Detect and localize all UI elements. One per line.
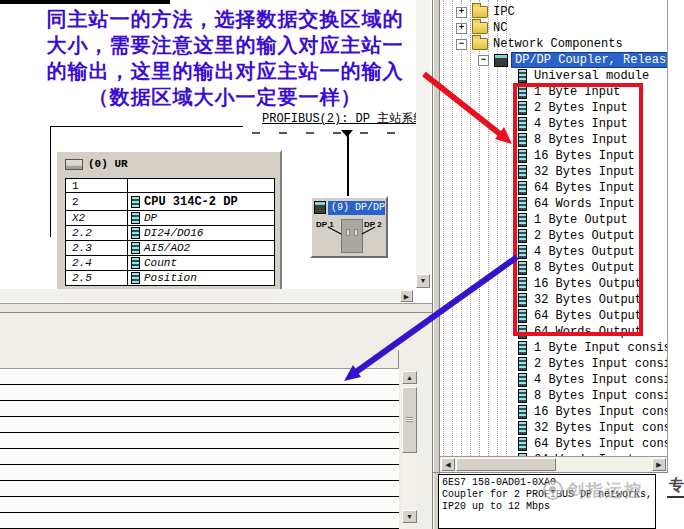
catalog-item-64-bytes-input[interactable]: 64 Bytes Input: [518, 180, 635, 196]
rack-slot-row-2-2[interactable]: 2.2DI24/DO16: [66, 226, 274, 241]
catalog-item-4-bytes-input-consistent[interactable]: 4 Bytes Input consistent: [518, 372, 668, 388]
catalog-item-32-bytes-input[interactable]: 32 Bytes Input: [518, 164, 635, 180]
upper-pane-hscrollbar[interactable]: [0, 289, 413, 302]
catalog-item-64-words-output[interactable]: 64 Words Output: [518, 324, 642, 340]
catalog-item-universal-module[interactable]: Universal module: [518, 68, 649, 84]
catalog-item-label: 16 Bytes Input: [534, 149, 635, 163]
slot-number: X2: [66, 211, 128, 225]
catalog-item-label: 2 Bytes Input: [534, 101, 628, 115]
detail-empty-table[interactable]: [0, 368, 399, 529]
catalog-item-label: 8 Bytes Output: [534, 261, 635, 275]
catalog-item-2-bytes-input-consistent[interactable]: 2 Bytes Input consistent: [518, 356, 668, 372]
catalog-item-16-bytes-output[interactable]: 16 Bytes Output: [518, 276, 642, 292]
clipped-underline: [667, 496, 684, 498]
slot-module-name: AI5/AO2: [128, 242, 274, 254]
module-icon: [518, 421, 527, 435]
catalog-item-8-bytes-output[interactable]: 8 Bytes Output: [518, 260, 635, 276]
rack-slot-row-2-5[interactable]: 2.5Position: [66, 271, 274, 286]
scroll-grip: [406, 417, 413, 422]
catalog-item-ipc[interactable]: +IPC: [456, 4, 515, 20]
module-icon: [518, 357, 527, 371]
catalog-item-16-bytes-input[interactable]: 16 Bytes Input: [518, 148, 635, 164]
catalog-item-64-bytes-output[interactable]: 64 Bytes Output: [518, 308, 642, 324]
expand-plus-icon[interactable]: +: [456, 7, 467, 18]
catalog-hscroll-right-button[interactable]: ▶: [652, 458, 666, 471]
rack-slot-row-x2[interactable]: X2DP: [66, 211, 274, 226]
catalog-item-8-bytes-input-consistent[interactable]: 8 Bytes Input consistent: [518, 388, 668, 404]
coupler-slot2: [354, 229, 358, 236]
canvas-frame-line-left: [50, 126, 51, 237]
catalog-item-4-bytes-input[interactable]: 4 Bytes Input: [518, 116, 628, 132]
catalog-item-1-byte-input[interactable]: 1 Byte Input: [518, 84, 620, 100]
catalog-item-1-byte-input-consistent[interactable]: 1 Byte Input consistent: [518, 340, 668, 356]
rack-window[interactable]: (0) UR 12CPU 314C-2 DPX2DP2.2DI24/DO162.…: [55, 150, 282, 289]
hscroll-right-button[interactable]: ▶: [400, 290, 413, 302]
rack-slot-row-2-3[interactable]: 2.3AI5/AO2: [66, 241, 274, 256]
slot-module-name: Count: [128, 257, 274, 269]
bus-drop-line: [347, 130, 349, 197]
folder-icon: [472, 22, 488, 34]
catalog-item-label: 2 Bytes Output: [534, 229, 635, 243]
catalog-item-64-bytes-input-consistent[interactable]: 64 Bytes Input consistent: [518, 436, 668, 452]
catalog-item-label: 32 Bytes Input consistent: [534, 421, 668, 435]
catalog-item-8-bytes-input[interactable]: 8 Bytes Input: [518, 132, 628, 148]
catalog-item-label: NC: [493, 21, 507, 35]
rack-slot-row-2[interactable]: 2CPU 314C-2 DP: [66, 193, 274, 211]
catalog-item-16-bytes-input-consistent[interactable]: 16 Bytes Input consistent: [518, 404, 668, 420]
slot-number: 2.2: [66, 226, 128, 240]
rack-slot-row-1[interactable]: 1: [66, 179, 274, 193]
catalog-item-label: 4 Bytes Input consistent: [534, 373, 668, 387]
pane-splitter[interactable]: [0, 303, 432, 313]
module-icon: [518, 85, 527, 99]
catalog-item-4-bytes-output[interactable]: 4 Bytes Output: [518, 244, 635, 260]
catalog-hscroll-thumb[interactable]: [456, 458, 556, 471]
profibus-bus-label: PROFIBUS(2): DP 主站系统: [262, 110, 425, 127]
window-divider[interactable]: [432, 0, 440, 529]
dp-coupler-object[interactable]: (9) DP/DP DP 1 DP 2: [310, 196, 388, 258]
detail-vscrollbar[interactable]: ▲ ▼: [402, 371, 417, 524]
catalog-item-label: 4 Bytes Output: [534, 245, 635, 259]
catalog-item-64-words-input[interactable]: 64 Words Input: [518, 196, 635, 212]
slot-module-name: DP: [128, 212, 274, 224]
coupler-title[interactable]: (9) DP/DP: [328, 201, 385, 215]
module-icon: [518, 69, 527, 83]
catalog-item-label: IPC: [493, 5, 515, 19]
catalog-item-nc[interactable]: +NC: [456, 20, 507, 36]
expand-plus-icon[interactable]: +: [456, 23, 467, 34]
catalog-item-2-bytes-input[interactable]: 2 Bytes Input: [518, 100, 628, 116]
catalog-item-2-bytes-output[interactable]: 2 Bytes Output: [518, 228, 635, 244]
catalog-item-label: 2 Bytes Input consistent: [534, 357, 668, 371]
catalog-item-network-components[interactable]: −Network Components: [456, 36, 623, 52]
module-icon: [518, 181, 527, 195]
catalog-item-32-bytes-output[interactable]: 32 Bytes Output: [518, 292, 642, 308]
hardware-catalog-tree: +IPC+NC−Network Components−DP/DP Coupler…: [440, 0, 668, 456]
module-icon: [518, 293, 527, 307]
upper-pane-vscrollbar[interactable]: [416, 0, 430, 288]
catalog-item-32-bytes-input-consistent[interactable]: 32 Bytes Input consistent: [518, 420, 668, 436]
collapse-minus-icon[interactable]: −: [456, 39, 467, 50]
slot-number: 1: [66, 179, 128, 192]
collapse-minus-icon[interactable]: −: [478, 55, 489, 66]
detail-vscroll-down-button[interactable]: ▼: [402, 510, 417, 523]
detail-vscroll-thumb[interactable]: [402, 387, 417, 453]
folder-icon: [472, 38, 488, 50]
rack-slot-row-2-4[interactable]: 2.4Count: [66, 256, 274, 271]
detail-vscroll-up-button[interactable]: ▲: [402, 371, 417, 384]
tree-guide-line: [461, 0, 462, 456]
profibus-bus-line[interactable]: [0, 0, 170, 4]
catalog-item-label: 64 Words Output: [534, 325, 642, 339]
catalog-item-label: 64 Bytes Input: [534, 181, 635, 195]
clipped-edge-fragment: 专: [668, 474, 684, 529]
module-icon: [518, 101, 527, 115]
module-icon: [518, 309, 527, 323]
catalog-hscrollbar[interactable]: ◀ ▶: [440, 456, 668, 472]
module-icon: [518, 341, 527, 355]
catalog-hscroll-left-button[interactable]: ◀: [441, 458, 455, 471]
catalog-item-1-byte-output[interactable]: 1 Byte Output: [518, 212, 628, 228]
annotation-line: 大小，需要注意这里的输入对应主站一: [18, 32, 432, 58]
order-number: 6ES7 158-0AD01-0XA0: [442, 477, 652, 489]
vscroll-down-button[interactable]: ▼: [416, 274, 430, 288]
module-icon: [131, 242, 140, 254]
dp-coupler-icon: [494, 54, 508, 67]
catalog-item-dp-dp-coupler-release-2[interactable]: −DP/DP Coupler, Release 2: [478, 52, 668, 68]
